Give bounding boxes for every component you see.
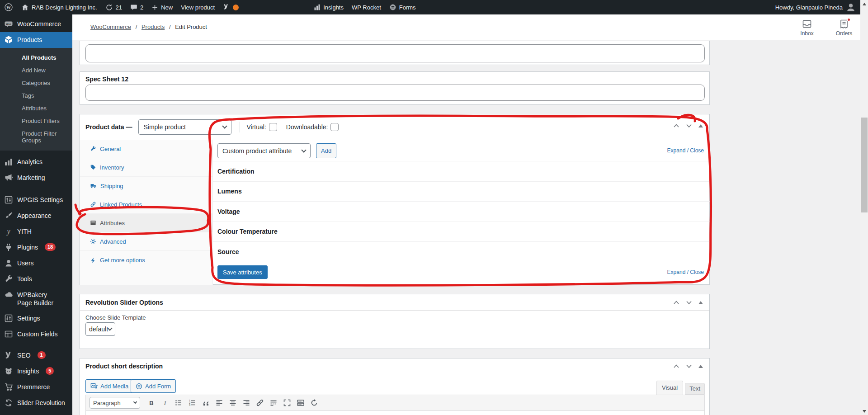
tab-general[interactable]: General: [80, 140, 212, 158]
tab-advanced[interactable]: Advanced: [80, 232, 212, 251]
toggle-panel-button[interactable]: [698, 301, 703, 304]
bold-icon[interactable]: B: [146, 397, 157, 409]
attribute-row[interactable]: Lumens: [213, 182, 710, 202]
submenu-product-filters[interactable]: Product Filters: [0, 114, 72, 127]
read-more-icon[interactable]: [268, 397, 279, 409]
attribute-row[interactable]: Certification: [213, 161, 710, 182]
link-icon[interactable]: [254, 397, 266, 409]
move-down-button[interactable]: [686, 364, 692, 368]
sidebar-item-marketing[interactable]: Marketing: [0, 170, 72, 186]
align-left-icon[interactable]: [213, 397, 225, 409]
scroll-up-button[interactable]: [860, 0, 868, 8]
submenu-categories[interactable]: Categories: [0, 76, 72, 89]
yoast-menu[interactable]: [219, 0, 243, 14]
sidebar-item-slider-revolution[interactable]: Slider Revolution: [0, 395, 72, 411]
sidebar-item-wpbakery[interactable]: WPBakery Page Builder: [0, 287, 72, 311]
comments-menu[interactable]: 2: [126, 0, 147, 14]
updates-menu[interactable]: 21: [101, 0, 126, 14]
wp-logo-menu[interactable]: W: [0, 0, 17, 14]
sidebar-item-analytics[interactable]: Analytics: [0, 154, 72, 170]
move-up-button[interactable]: [673, 364, 679, 368]
plugin-icon: [4, 243, 13, 252]
view-product-menu[interactable]: View product: [177, 0, 219, 14]
fullscreen-icon[interactable]: [281, 397, 293, 409]
move-down-button[interactable]: [686, 123, 692, 128]
submenu-product-filter-groups[interactable]: Product Filter Groups: [0, 127, 72, 146]
attribute-row[interactable]: Source: [213, 242, 710, 262]
site-name-menu[interactable]: RAB Design Lighting Inc.: [17, 0, 101, 14]
sidebar-item-insights[interactable]: Insights 5: [0, 363, 72, 379]
custom-field-input-top[interactable]: [85, 44, 705, 62]
add-attribute-button[interactable]: Add: [316, 143, 336, 158]
sidebar-item-custom-fields[interactable]: Custom Fields: [0, 326, 72, 342]
breadcrumb-woocommerce-link[interactable]: WooCommerce: [90, 24, 131, 30]
sidebar-item-woocommerce[interactable]: Woo WooCommerce: [0, 16, 72, 32]
seo-badge: 1: [38, 351, 46, 359]
scroll-down-button[interactable]: [860, 407, 868, 415]
forms-menu[interactable]: Forms: [385, 0, 420, 14]
save-attributes-button[interactable]: Save attributes: [217, 265, 268, 279]
editor-canvas[interactable]: [85, 411, 705, 415]
align-center-icon[interactable]: [227, 397, 239, 409]
header-divider: [240, 122, 240, 132]
add-media-button[interactable]: Add Media: [85, 379, 133, 393]
cart-icon: [4, 382, 13, 391]
sidebar-item-seo[interactable]: SEO 1: [0, 348, 72, 363]
sidebar-item-premmerce[interactable]: Premmerce: [0, 379, 72, 395]
numbered-list-icon[interactable]: 123: [186, 397, 198, 409]
sidebar-item-settings[interactable]: Settings: [0, 311, 72, 326]
move-down-button[interactable]: [686, 300, 692, 305]
align-right-icon[interactable]: [241, 397, 252, 409]
paragraph-format-select[interactable]: Paragraph: [90, 397, 140, 409]
tab-get-more-options[interactable]: Get more options: [80, 251, 212, 269]
submenu-tags[interactable]: Tags: [0, 89, 72, 102]
activity-panel: Inbox Orders Stock Reviews: [795, 19, 868, 37]
tab-attributes[interactable]: Attributes: [80, 214, 212, 232]
new-content-menu[interactable]: New: [147, 0, 177, 14]
blockquote-icon[interactable]: [200, 397, 212, 409]
virtual-checkbox[interactable]: [269, 123, 277, 131]
expand-close-links-top[interactable]: Expand / Close: [667, 147, 704, 154]
attribute-type-select[interactable]: Custom product attribute: [217, 143, 311, 158]
spec-sheet-input[interactable]: [85, 85, 705, 101]
submenu-all-products[interactable]: All Products: [0, 51, 72, 64]
tab-inventory[interactable]: Inventory: [80, 158, 212, 177]
italic-icon[interactable]: I: [159, 397, 171, 409]
attribute-row[interactable]: Voltage: [213, 202, 710, 222]
scrollbar-thumb[interactable]: [861, 118, 868, 212]
text-tab[interactable]: Text: [685, 383, 705, 395]
product-type-select[interactable]: Simple product: [138, 119, 231, 135]
plugins-update-badge: 18: [45, 243, 56, 251]
tab-shipping[interactable]: Shipping: [80, 177, 212, 195]
add-form-button[interactable]: Add Form: [131, 379, 176, 393]
sidebar-item-tools[interactable]: Tools: [0, 271, 72, 287]
breadcrumb-products-link[interactable]: Products: [142, 24, 165, 30]
insights-menu[interactable]: Insights: [310, 0, 348, 14]
wp-rocket-menu[interactable]: WP Rocket: [348, 0, 385, 14]
my-account-menu[interactable]: Howdy, Gianpaulo Pineda: [771, 0, 860, 14]
toolbar-toggle-icon[interactable]: [308, 397, 320, 409]
slide-template-select[interactable]: default: [85, 322, 115, 336]
sidebar-item-users[interactable]: Users: [0, 255, 72, 271]
sidebar-item-products[interactable]: Products: [0, 32, 72, 48]
visual-tab[interactable]: Visual: [656, 381, 683, 395]
attribute-row[interactable]: Colour Temperature: [213, 222, 710, 242]
sidebar-item-wpgis-settings[interactable]: WPGIS Settings: [0, 192, 72, 208]
submenu-attributes[interactable]: Attributes: [0, 102, 72, 114]
kitchen-sink-icon[interactable]: [295, 397, 307, 409]
expand-close-links-bottom[interactable]: Expand / Close: [667, 269, 704, 275]
move-up-button[interactable]: [673, 123, 679, 128]
inbox-button[interactable]: Inbox: [795, 19, 819, 37]
downloadable-checkbox[interactable]: [330, 123, 339, 131]
bullet-list-icon[interactable]: [173, 397, 184, 409]
vertical-scrollbar[interactable]: [860, 0, 868, 415]
toggle-panel-button[interactable]: [698, 124, 703, 127]
toggle-panel-button[interactable]: [698, 365, 703, 368]
tab-linked-products[interactable]: Linked Products: [80, 195, 212, 214]
orders-button[interactable]: Orders: [832, 19, 856, 37]
move-up-button[interactable]: [673, 300, 679, 305]
sidebar-item-yith[interactable]: y YITH: [0, 224, 72, 240]
sidebar-item-appearance[interactable]: Appearance: [0, 208, 72, 224]
sidebar-item-plugins[interactable]: Plugins 18: [0, 240, 72, 255]
submenu-add-new[interactable]: Add New: [0, 64, 72, 76]
